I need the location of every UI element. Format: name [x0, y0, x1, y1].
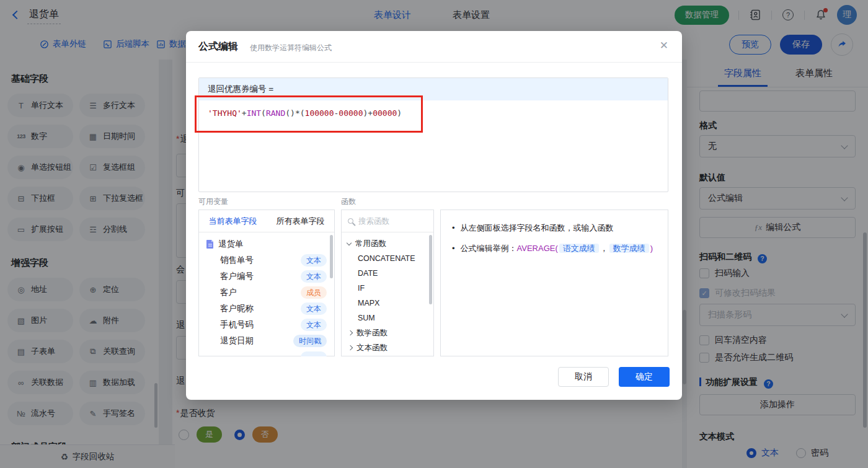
- function-name: IF: [358, 284, 365, 293]
- variables-panel: 当前表单字段 所有表单字段 退货单 销售单号文本 客户编号文本 客户成员 客户昵…: [198, 210, 335, 356]
- function-item[interactable]: MAPX: [342, 296, 433, 311]
- formula-edit-modal: 公式编辑 使用数学运算符编辑公式 ✕ 退回优惠券编号 = 'THYHQ'+INT…: [186, 31, 682, 400]
- type-badge: 成员: [301, 286, 327, 299]
- example-function: AVERAGE(: [517, 244, 558, 253]
- confirm-button[interactable]: 确定: [619, 367, 670, 387]
- variables-tabs: 当前表单字段 所有表单字段: [199, 210, 334, 232]
- variables-scrollbar-thumb[interactable]: [330, 235, 333, 278]
- variable-row-clipped[interactable]: [199, 349, 334, 356]
- modal-title: 公式编辑: [198, 40, 238, 53]
- function-name: DATE: [358, 269, 378, 278]
- variable-row[interactable]: 退货日期时间戳: [199, 333, 334, 349]
- group-label: 常用函数: [355, 239, 386, 249]
- bullet: •: [452, 242, 455, 255]
- variables-form-node[interactable]: 退货单: [199, 236, 334, 252]
- close-icon[interactable]: ✕: [660, 39, 668, 52]
- functions-scrollbar-thumb[interactable]: [429, 235, 432, 304]
- variable-name: 客户编号: [220, 271, 254, 282]
- tips-panel: • 从左侧面板选择字段名和函数，或输入函数 • 公式编辑举例：AVERAGE(语…: [440, 210, 668, 356]
- variable-name: 客户: [220, 287, 237, 298]
- function-item[interactable]: CONCATENATE: [342, 251, 433, 266]
- form-node-label: 退货单: [218, 239, 244, 250]
- search-icon: [348, 218, 353, 224]
- function-group-common[interactable]: 常用函数: [342, 236, 433, 251]
- function-group-text[interactable]: 文本函数: [342, 340, 433, 355]
- bullet: •: [452, 222, 455, 234]
- function-item[interactable]: IF: [342, 281, 433, 296]
- form-doc-icon: [206, 240, 214, 249]
- variable-name: 客户昵称: [220, 303, 254, 314]
- function-name: MAPX: [358, 299, 379, 307]
- group-label: 数学函数: [356, 328, 388, 338]
- example-close-paren: ): [650, 244, 653, 253]
- red-annotation-box: [195, 95, 423, 133]
- variable-name: 销售单号: [220, 255, 254, 266]
- variables-list: 退货单 销售单号文本 客户编号文本 客户成员 客户昵称文本 手机号码文本 退货日…: [199, 232, 334, 356]
- tip-example: 公式编辑举例：AVERAGE(语文成绩，数学成绩): [461, 242, 653, 255]
- type-badge: 文本: [301, 270, 327, 283]
- variable-row[interactable]: 客户成员: [199, 285, 334, 301]
- function-search-input[interactable]: [358, 217, 417, 226]
- tip-text: 从左侧面板选择字段名和函数，或输入函数: [461, 222, 614, 234]
- cancel-button[interactable]: 取消: [558, 367, 609, 387]
- function-name: CONCATENATE: [358, 254, 415, 263]
- tip-prefix: 公式编辑举例：: [461, 244, 517, 253]
- function-group-math[interactable]: 数学函数: [342, 325, 433, 340]
- type-badge: 文本: [301, 302, 327, 315]
- example-comma: ，: [600, 244, 608, 253]
- example-field-chip: 数学成绩: [609, 244, 649, 253]
- function-item[interactable]: SUM: [342, 311, 433, 325]
- variable-row[interactable]: 销售单号文本: [199, 252, 334, 268]
- variables-panel-label: 可用变量: [198, 196, 228, 207]
- formula-editor: 退回优惠券编号 = 'THYHQ'+INT(RAND()*(100000-000…: [198, 77, 668, 192]
- type-badge: 文本: [301, 254, 327, 267]
- type-badge: [301, 351, 327, 357]
- variable-row[interactable]: 客户昵称文本: [199, 301, 334, 317]
- functions-panel-label: 函数: [341, 196, 356, 207]
- tip-line-1: • 从左侧面板选择字段名和函数，或输入函数: [452, 222, 657, 234]
- variable-name: 退货日期: [220, 335, 254, 347]
- modal-subtitle: 使用数学运算符编辑公式: [250, 43, 332, 53]
- function-item[interactable]: DATE: [342, 266, 433, 281]
- type-badge: 文本: [301, 319, 327, 331]
- functions-panel: 常用函数 CONCATENATE DATE IF MAPX SUM 数学函数 文…: [341, 210, 434, 356]
- group-label: 文本函数: [356, 343, 388, 353]
- chevron-down-icon: [347, 240, 352, 245]
- variable-row[interactable]: 客户编号文本: [199, 268, 334, 285]
- tab-current-form-fields[interactable]: 当前表单字段: [199, 210, 267, 232]
- chevron-right-icon: [348, 330, 353, 335]
- function-name: SUM: [358, 314, 375, 322]
- function-tree: 常用函数 CONCATENATE DATE IF MAPX SUM 数学函数 文…: [342, 232, 433, 356]
- type-badge: 时间戳: [293, 335, 327, 347]
- variable-row[interactable]: 手机号码文本: [199, 317, 334, 333]
- chevron-right-icon: [348, 345, 353, 350]
- example-field-chip: 语文成绩: [559, 244, 599, 253]
- tab-all-form-fields[interactable]: 所有表单字段: [267, 210, 334, 232]
- function-search[interactable]: [342, 210, 433, 232]
- tip-line-2: • 公式编辑举例：AVERAGE(语文成绩，数学成绩): [452, 242, 657, 255]
- divider: [186, 62, 682, 63]
- variable-name: 手机号码: [220, 319, 254, 330]
